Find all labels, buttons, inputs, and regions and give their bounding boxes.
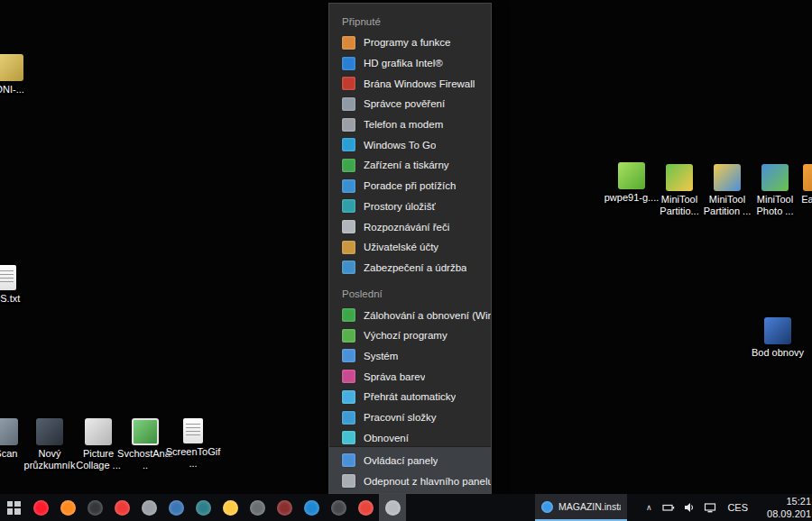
desktop-icon-screentogif[interactable]: ScreenToGif... — [165, 418, 221, 470]
jumplist-task-icon — [342, 474, 355, 488]
start-button[interactable] — [0, 494, 27, 521]
taskbar-app[interactable] — [27, 494, 54, 521]
network-icon[interactable] — [704, 501, 716, 514]
app-file-icon — [183, 418, 203, 443]
jumplist-item-label: Zařízení a tiskárny — [364, 160, 449, 170]
jumplist-item[interactable]: Správa barev — [329, 366, 491, 387]
installer-icon — [618, 162, 645, 189]
jumplist-item[interactable]: Rozpoznávání řeči — [329, 216, 491, 237]
jumplist-tasks: Ovládací panely Odepnout z hlavního pane… — [329, 446, 491, 493]
collage-icon — [85, 418, 112, 445]
taskbar-app-icon — [60, 500, 76, 516]
taskbar-app[interactable] — [162, 494, 189, 521]
jumplist-item-icon — [342, 411, 355, 425]
hidden-icons-chevron[interactable]: ∧ — [643, 503, 654, 512]
jumplist-item[interactable]: Telefon a modem — [329, 114, 491, 135]
jumplist-item-label: Uživatelské účty — [364, 242, 438, 252]
jumplist-item-icon — [342, 390, 355, 404]
jumplist-item-label: Pracovní složky — [364, 412, 437, 423]
jumplist-item[interactable]: Poradce při potížích — [329, 176, 491, 197]
jumplist-recent-items: Zálohování a obnovení (Windows 7) Výchoz… — [329, 305, 491, 446]
jumplist-item-icon — [342, 77, 355, 90]
jumplist-item[interactable]: Brána Windows Firewall — [329, 73, 491, 94]
taskbar-app-icon — [304, 500, 319, 516]
taskbar-app[interactable] — [244, 494, 271, 521]
jumplist-item[interactable]: Zabezpečení a údržba — [329, 258, 491, 279]
jumplist-item-icon — [342, 349, 355, 362]
jumplist-body: Připnuté Programy a funkce HD grafika In… — [329, 4, 491, 446]
desktop-icon-label: Bod obnovy — [752, 347, 804, 359]
desktop-icon-os-txt[interactable]: OS.txt — [0, 265, 34, 305]
jumplist-item-label: Zabezpečení a údržba — [364, 262, 466, 273]
jumplist-item[interactable]: Prostory úložišť — [329, 197, 491, 217]
taskbar-app-icon — [142, 500, 157, 516]
jumplist-item[interactable]: Pracovní složky — [329, 407, 491, 428]
jumplist-item[interactable]: Správce pověření — [329, 94, 491, 114]
jumplist-item[interactable]: Zařízení a tiskárny — [329, 155, 491, 176]
control-panel-jumplist: Připnuté Programy a funkce HD grafika In… — [328, 3, 492, 494]
jumplist-item-label: Výchozí programy — [364, 330, 448, 341]
jumplist-task-label: Ovládací panely — [364, 455, 438, 466]
taskbar-app[interactable] — [189, 494, 217, 521]
battery-icon[interactable] — [662, 501, 675, 514]
jumplist-item[interactable]: Zálohování a obnovení (Windows 7) — [329, 305, 491, 325]
jumplist-item-icon — [342, 199, 355, 213]
taskbar: MAGAZIN.instaluj... ∧ CES 15:21 08.09.20… — [0, 494, 812, 521]
volume-icon[interactable] — [683, 501, 696, 514]
taskbar-app[interactable] — [325, 494, 352, 521]
jumplist-item-label: HD grafika Intel® — [364, 58, 443, 69]
taskbar-clock[interactable]: 15:21 08.09.201 — [759, 495, 811, 521]
jumplist-item-label: Brána Windows Firewall — [364, 78, 475, 89]
taskbar-app[interactable] — [108, 494, 135, 521]
jumplist-item[interactable]: Přehrát automaticky — [329, 387, 491, 407]
jumplist-pinned-items: Programy a funkce HD grafika Intel® Brán… — [329, 32, 491, 278]
desktop-icon-dni[interactable]: DNI-... — [0, 54, 38, 96]
jumplist-item[interactable]: Výchozí programy — [329, 325, 491, 346]
desktop-icon-novy-pruzkumnik[interactable]: Nový průzkumník — [22, 418, 78, 471]
jumplist-item[interactable]: Uživatelské účty — [329, 237, 491, 258]
jumplist-item-label: Systém — [364, 351, 398, 361]
jumplist-item[interactable]: HD grafika Intel® — [329, 53, 491, 74]
jumplist-item-label: Prostory úložišť — [364, 201, 436, 212]
jumplist-item[interactable]: Obnovení — [329, 427, 491, 446]
jumplist-item-icon — [342, 308, 355, 322]
taskbar-app[interactable] — [298, 494, 325, 521]
desktop-icon-ea[interactable]: Ea R... — [789, 164, 812, 206]
taskbar-app[interactable] — [271, 494, 298, 521]
jumplist-task-item[interactable]: Ovládací panely — [329, 450, 491, 471]
jumplist-recent-header: Poslední — [329, 283, 491, 305]
taskbar-app[interactable] — [379, 494, 406, 521]
taskbar-app[interactable] — [217, 494, 244, 521]
photo-icon — [132, 418, 159, 445]
jumplist-item-icon — [342, 220, 355, 233]
jumplist-item-icon — [342, 260, 355, 274]
taskbar-app-icon — [88, 500, 103, 516]
taskbar-app-icon — [115, 500, 130, 516]
desktop-icon-label: ScreenToGif... — [165, 446, 221, 470]
text-file-icon — [0, 265, 16, 290]
taskbar-app[interactable] — [135, 494, 162, 521]
taskbar-app[interactable] — [352, 494, 379, 521]
jumplist-task-item[interactable]: Odepnout z hlavního panelu — [329, 471, 491, 491]
jumplist-task-icon — [342, 453, 355, 467]
desktop[interactable]: DNI-... OS.txt rScan Nový průzkumník Pic… — [0, 0, 812, 521]
desktop-icon-label: Nový průzkumník — [22, 448, 78, 471]
taskbar-app[interactable] — [81, 494, 108, 521]
jumplist-item[interactable]: Programy a funkce — [329, 32, 491, 53]
restore-point-icon — [764, 317, 791, 344]
taskbar-apps — [27, 494, 406, 521]
jumplist-item-label: Rozpoznávání řeči — [364, 222, 449, 233]
jumplist-item-icon — [342, 370, 355, 383]
jumplist-item-icon — [342, 431, 355, 444]
jumplist-item-icon — [342, 57, 355, 70]
taskbar-app-icon — [331, 500, 346, 516]
language-indicator[interactable]: CES — [724, 502, 751, 513]
jumplist-item[interactable]: Windows To Go — [329, 134, 491, 155]
jumplist-item-label: Správce pověření — [364, 98, 445, 109]
taskbar-window-button[interactable]: MAGAZIN.instaluj... — [535, 494, 627, 521]
taskbar-app-icon — [250, 500, 265, 516]
desktop-icon-bod-obnovy[interactable]: Bod obnovy — [750, 317, 806, 359]
jumplist-item[interactable]: Systém — [329, 346, 491, 367]
taskbar-app[interactable] — [54, 494, 81, 521]
jumplist-item-icon — [342, 97, 355, 111]
